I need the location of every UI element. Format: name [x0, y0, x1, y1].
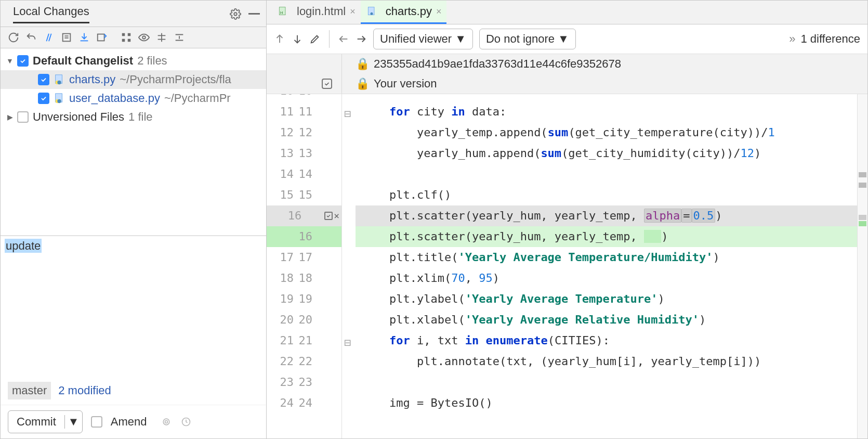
- close-icon[interactable]: ×: [350, 6, 356, 17]
- gear-icon[interactable]: [230, 8, 241, 20]
- commit-button[interactable]: Commit ▼: [8, 410, 83, 433]
- svg-point-16: [57, 99, 61, 103]
- file-checkbox[interactable]: [38, 93, 49, 104]
- rollback-icon[interactable]: [25, 32, 37, 43]
- history-icon[interactable]: [180, 416, 192, 428]
- vcs-toolbar: [1, 27, 266, 48]
- file-path: ~/PycharmPr: [164, 92, 231, 105]
- close-icon[interactable]: ×: [436, 6, 442, 17]
- commit-message-text: update: [5, 239, 42, 253]
- changelist-label: Default Changelist: [33, 54, 133, 68]
- next-diff-icon[interactable]: [292, 33, 303, 45]
- editor-panel: H login.html × charts.py × Unified viewe…: [267, 1, 867, 438]
- strip-mark-add[interactable]: [859, 221, 866, 226]
- strip-mark[interactable]: [859, 183, 866, 188]
- fold-markers: ⊟⊟: [342, 94, 356, 438]
- chevron-down-icon[interactable]: ▼: [6, 57, 14, 65]
- gear-icon[interactable]: [161, 416, 172, 428]
- svg-rect-7: [128, 33, 131, 36]
- diff-toolbar: Unified viewer ▼ Do not ignore ▼ » 1 dif…: [267, 24, 867, 54]
- svg-rect-1: [248, 13, 260, 15]
- changes-tree: ▼ Default Changelist 2 files charts.py ~…: [1, 48, 266, 236]
- changelist-icon[interactable]: [61, 32, 72, 43]
- panel-title: Local Changes: [13, 5, 89, 23]
- panel-header: Local Changes: [1, 1, 266, 27]
- tab-charts-py[interactable]: charts.py ×: [361, 1, 447, 24]
- tab-label: login.html: [297, 5, 346, 18]
- code-column[interactable]: for city in data: yearly_temp.append(sum…: [356, 94, 857, 438]
- minimize-icon[interactable]: [248, 8, 260, 20]
- amend-label: Amend: [111, 415, 147, 429]
- diff-count: 1 difference: [800, 32, 860, 46]
- tab-login-html[interactable]: H login.html ×: [272, 1, 361, 24]
- tab-label: charts.py: [386, 5, 432, 18]
- vcs-local-changes-panel: Local Changes ▼ Default Changelist: [1, 1, 267, 438]
- unversioned-row[interactable]: ▶ Unversioned Files 1 file: [1, 108, 266, 126]
- python-file-icon: [54, 74, 65, 85]
- commit-footer: Commit ▼ Amend: [1, 405, 266, 438]
- shelve-icon[interactable]: [78, 32, 90, 43]
- changelist-row[interactable]: ▼ Default Changelist 2 files: [1, 51, 266, 70]
- diff-icon[interactable]: [43, 32, 55, 43]
- whitespace-mode-dropdown[interactable]: Do not ignore ▼: [479, 29, 576, 49]
- strip-mark-change[interactable]: [859, 215, 866, 220]
- refresh-icon[interactable]: [8, 32, 19, 43]
- chevron-down-icon: ▼: [455, 32, 466, 46]
- unshelve-icon[interactable]: [96, 32, 108, 43]
- amend-checkbox[interactable]: [91, 416, 102, 428]
- lock-icon: 🔒: [356, 77, 370, 91]
- modified-count[interactable]: 2 modified: [58, 384, 111, 397]
- line-gutter: 10101111121213131414151516×1617171818191…: [267, 94, 342, 438]
- svg-rect-8: [122, 39, 125, 42]
- commit-message-input[interactable]: update: [1, 236, 266, 377]
- unversioned-label: Unversioned Files: [33, 110, 124, 124]
- your-version-label: Your version: [374, 77, 437, 91]
- include-checkbox[interactable]: [322, 79, 332, 89]
- forward-icon[interactable]: [356, 33, 367, 45]
- svg-rect-5: [98, 34, 104, 41]
- svg-rect-9: [128, 39, 131, 42]
- editor-tabs: H login.html × charts.py ×: [267, 1, 867, 24]
- expand-all-icon[interactable]: [156, 32, 167, 43]
- prev-diff-icon[interactable]: [274, 33, 285, 45]
- file-row-charts[interactable]: charts.py ~/PycharmProjects/fla: [1, 70, 266, 89]
- viewer-mode-dropdown[interactable]: Unified viewer ▼: [373, 29, 473, 49]
- file-name: charts.py: [69, 73, 115, 86]
- changelist-count: 2 files: [137, 54, 167, 68]
- chevron-right-icon[interactable]: ▶: [6, 113, 14, 121]
- file-name: user_database.py: [69, 92, 160, 105]
- branch-badge: master: [8, 382, 51, 399]
- svg-rect-6: [122, 33, 125, 36]
- svg-point-10: [142, 36, 146, 39]
- svg-text:H: H: [280, 10, 283, 15]
- lock-icon: 🔒: [356, 57, 370, 71]
- diff-meta: 🔒 235355ad41b9ae1fda33763d11e44c6fe93526…: [267, 54, 867, 94]
- diff-code-area: 10101111121213131414151516×1617171818191…: [267, 94, 867, 438]
- html-file-icon: H: [277, 6, 288, 17]
- file-path: ~/PycharmProjects/fla: [120, 73, 231, 86]
- file-checkbox[interactable]: [38, 74, 49, 85]
- commit-button-label: Commit: [8, 415, 64, 429]
- commit-summary: master 2 modified: [1, 377, 266, 405]
- collapse-all-icon[interactable]: [174, 32, 185, 43]
- unversioned-count: 1 file: [128, 110, 152, 124]
- svg-point-22: [370, 12, 373, 15]
- changelist-checkbox[interactable]: [17, 55, 29, 67]
- revision-hash: 235355ad41b9ae1fda33763d11e44c6fe9352678: [374, 57, 621, 71]
- svg-point-0: [234, 12, 237, 16]
- more-icon[interactable]: »: [789, 32, 795, 46]
- group-by-icon[interactable]: [121, 32, 132, 43]
- commit-button-caret[interactable]: ▼: [64, 415, 82, 429]
- strip-mark[interactable]: [859, 172, 866, 177]
- back-icon[interactable]: [338, 33, 349, 45]
- svg-point-13: [57, 81, 61, 84]
- chevron-down-icon: ▼: [558, 32, 569, 46]
- edit-icon[interactable]: [309, 33, 321, 45]
- file-row-userdb[interactable]: user_database.py ~/PycharmPr: [1, 89, 266, 108]
- svg-point-17: [165, 421, 167, 423]
- python-file-icon: [54, 93, 65, 104]
- unversioned-checkbox[interactable]: [17, 111, 29, 123]
- scroll-strip[interactable]: [857, 94, 867, 438]
- preview-icon[interactable]: [138, 32, 150, 43]
- python-file-icon: [366, 6, 377, 17]
